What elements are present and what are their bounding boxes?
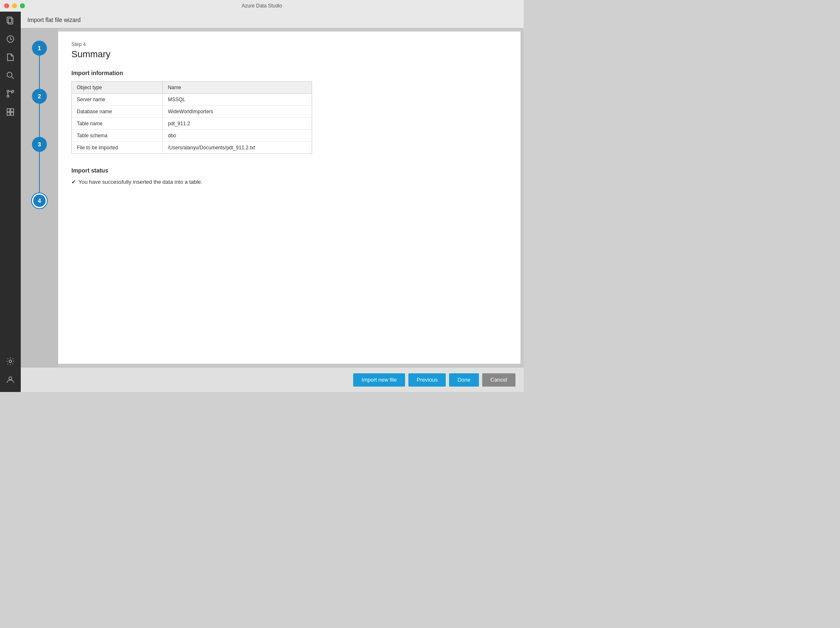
- import-status-heading: Import status: [71, 167, 507, 174]
- table-header-name: Name: [163, 82, 312, 94]
- status-message: ✔ You have successfully inserted the dat…: [71, 179, 507, 185]
- cell-name: pdt_911.2: [163, 118, 312, 130]
- cell-name: dbo: [163, 130, 312, 142]
- settings-icon[interactable]: [0, 352, 21, 370]
- extensions-icon[interactable]: [0, 103, 21, 121]
- wizard-title: Import flat file wizard: [27, 17, 81, 23]
- svg-point-7: [12, 90, 14, 92]
- cancel-button[interactable]: Cancel: [482, 373, 515, 387]
- svg-rect-8: [7, 109, 10, 112]
- step-line-2: [39, 104, 40, 137]
- titlebar: Azure Data Studio: [0, 0, 524, 12]
- status-text-content: You have successfully inserted the data …: [78, 179, 203, 185]
- svg-point-13: [9, 377, 12, 380]
- table-row: Table schemadbo: [72, 130, 312, 142]
- svg-rect-0: [7, 17, 12, 23]
- svg-rect-10: [7, 112, 10, 115]
- step-1: 1: [32, 41, 47, 89]
- step-title: Summary: [71, 49, 507, 60]
- cell-name: WideWorldImporters: [163, 106, 312, 118]
- step-2: 2: [32, 89, 47, 137]
- step-4: 4: [32, 193, 47, 208]
- table-header-object-type: Object type: [72, 82, 163, 94]
- svg-point-5: [7, 90, 9, 92]
- step-line-1: [39, 56, 40, 89]
- cell-name: MSSQL: [163, 94, 312, 106]
- cell-object-type: Server name: [72, 94, 163, 106]
- history-icon[interactable]: [0, 30, 21, 48]
- svg-rect-9: [11, 109, 14, 112]
- step-circle-1: 1: [32, 41, 47, 56]
- step-label: Step 4: [71, 41, 507, 47]
- previous-button[interactable]: Previous: [408, 373, 446, 387]
- table-row: Database nameWideWorldImporters: [72, 106, 312, 118]
- svg-rect-1: [8, 18, 13, 24]
- files-icon[interactable]: [0, 12, 21, 30]
- wizard-stepper: 1 2 3 4: [21, 28, 58, 367]
- cell-object-type: Table name: [72, 118, 163, 130]
- search-icon[interactable]: [0, 66, 21, 85]
- step-circle-2: 2: [32, 89, 47, 104]
- git-icon[interactable]: [0, 85, 21, 103]
- import-info-table: Object type Name Server nameMSSQLDatabas…: [71, 81, 312, 154]
- step-3: 3: [32, 137, 47, 193]
- step-circle-3: 3: [32, 137, 47, 152]
- maximize-button[interactable]: [20, 3, 25, 8]
- import-new-file-button[interactable]: Import new file: [353, 373, 405, 387]
- table-row: Table namepdt_911.2: [72, 118, 312, 130]
- minimize-button[interactable]: [12, 3, 17, 8]
- cell-object-type: Database name: [72, 106, 163, 118]
- done-button[interactable]: Done: [449, 373, 479, 387]
- activity-bar: [0, 12, 21, 392]
- cell-name: /Users/alanyu/Documents/pdt_911.2.txt: [163, 142, 312, 154]
- svg-point-12: [9, 360, 12, 363]
- checkmark-icon: ✔: [71, 179, 76, 185]
- step-circle-4: 4: [32, 193, 47, 208]
- close-button[interactable]: [4, 3, 9, 8]
- wizard-content: Step 4 Summary Import information Object…: [58, 32, 520, 364]
- svg-line-4: [12, 77, 14, 79]
- import-info-heading: Import information: [71, 70, 507, 76]
- table-row: File to be imported/Users/alanyu/Documen…: [72, 142, 312, 154]
- table-row: Server nameMSSQL: [72, 94, 312, 106]
- bottom-bar: Import new file Previous Done Cancel: [21, 367, 524, 392]
- svg-point-3: [7, 72, 12, 77]
- step-line-3: [39, 152, 40, 193]
- document-icon[interactable]: [0, 48, 21, 66]
- panel-header: Import flat file wizard: [21, 12, 524, 28]
- cell-object-type: File to be imported: [72, 142, 163, 154]
- window-controls: [4, 3, 25, 8]
- svg-point-6: [7, 95, 9, 97]
- account-icon[interactable]: [0, 370, 21, 389]
- svg-rect-11: [11, 112, 14, 115]
- import-status-section: Import status ✔ You have successfully in…: [71, 167, 507, 185]
- cell-object-type: Table schema: [72, 130, 163, 142]
- window-title: Azure Data Studio: [242, 3, 282, 9]
